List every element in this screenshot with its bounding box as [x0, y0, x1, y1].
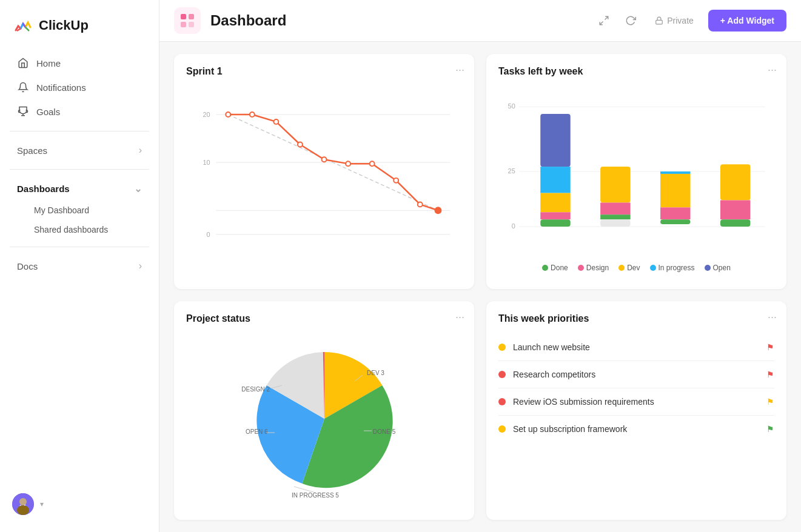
inprogress-label: In progress — [659, 264, 695, 272]
project-status-menu[interactable]: ··· — [455, 311, 464, 324]
home-label: Home — [36, 58, 61, 68]
priority-text-0: Launch new website — [513, 342, 759, 352]
sprint-card-title: Sprint 1 — [186, 66, 462, 77]
logo: ClickUp — [0, 10, 159, 48]
svg-rect-37 — [540, 114, 570, 167]
dashboard-icon-wrap — [174, 7, 201, 34]
divider-3 — [10, 247, 149, 247]
docs-label: Docs — [17, 261, 38, 271]
svg-text:20: 20 — [203, 111, 210, 118]
open-dot — [705, 265, 711, 271]
svg-line-10 — [605, 16, 608, 19]
priority-item-0: Launch new website ⚑ — [498, 334, 774, 361]
user-profile[interactable]: S ▾ — [0, 486, 159, 522]
tasks-bar-chart: 50 25 0 — [498, 87, 774, 256]
svg-rect-51 — [720, 200, 750, 219]
sidebar-item-my-dashboard[interactable]: My Dashboard — [5, 201, 154, 220]
private-label: Private — [667, 16, 694, 25]
sprint-card-menu[interactable]: ··· — [455, 64, 464, 76]
svg-text:DEV 3: DEV 3 — [367, 370, 384, 376]
design-dot — [578, 265, 584, 271]
refresh-button[interactable] — [621, 11, 640, 30]
divider-1 — [10, 131, 149, 131]
sidebar-item-home[interactable]: Home — [5, 51, 154, 75]
sprint-chart: 20 10 0 — [186, 87, 462, 256]
priority-item-1: Research competitors ⚑ — [498, 361, 774, 388]
sidebar-item-shared-dashboards[interactable]: Shared dashboards — [5, 220, 154, 239]
svg-rect-46 — [660, 171, 690, 174]
sidebar-item-goals[interactable]: Goals — [5, 99, 154, 124]
dev-label: Dev — [627, 264, 640, 272]
spaces-chevron-icon: › — [139, 145, 142, 156]
svg-text:OPEN 6: OPEN 6 — [246, 428, 268, 435]
header: Dashboard Private + Add Widget — [159, 0, 801, 42]
svg-rect-9 — [189, 22, 194, 27]
svg-rect-41 — [540, 219, 570, 227]
my-dashboard-label: My Dashboard — [34, 205, 89, 215]
priority-dot-1 — [498, 371, 506, 378]
avatar: S — [12, 493, 34, 515]
priority-dot-3 — [498, 425, 506, 433]
svg-point-22 — [250, 112, 255, 117]
svg-text:DONE 5: DONE 5 — [373, 428, 396, 435]
goals-label: Goals — [36, 107, 60, 117]
svg-point-23 — [273, 119, 278, 124]
project-status-title: Project status — [186, 313, 462, 324]
svg-text:25: 25 — [508, 167, 515, 175]
svg-point-30 — [435, 207, 441, 213]
priorities-card: This week priorities ··· Launch new webs… — [486, 301, 786, 520]
priority-item-3: Set up subscription framework ⚑ — [498, 416, 774, 442]
project-status-card: Project status ··· DEV 3 — [174, 301, 474, 520]
sidebar-nav: Home Notifications Goals Spaces › Dashbo… — [0, 48, 159, 280]
avatar-image: S — [12, 493, 34, 515]
design-label: Design — [586, 264, 609, 272]
svg-rect-6 — [181, 14, 186, 19]
done-dot — [542, 265, 548, 271]
main-content: Dashboard Private + Add Widget Sprint 1 … — [159, 0, 801, 532]
sidebar: ClickUp Home Notifications Goals Spaces … — [0, 0, 159, 532]
expand-button[interactable] — [594, 11, 614, 30]
open-label: Open — [713, 264, 731, 272]
tasks-card-title: Tasks left by week — [498, 66, 774, 77]
svg-text:DESIGN 2: DESIGN 2 — [241, 386, 270, 393]
tasks-card: Tasks left by week ··· 50 25 0 — [486, 54, 786, 289]
svg-rect-47 — [660, 174, 690, 207]
dashboards-chevron-icon: ⌄ — [134, 183, 142, 195]
legend-design: Design — [578, 264, 609, 272]
priority-text-2: Review iOS submission requirements — [513, 397, 759, 407]
svg-text:10: 10 — [203, 159, 210, 166]
trophy-icon — [17, 105, 29, 118]
tasks-card-menu[interactable]: ··· — [768, 64, 777, 76]
shared-dashboards-label: Shared dashboards — [34, 225, 108, 234]
svg-point-28 — [394, 178, 398, 183]
pie-chart: DEV 3 DONE 5 IN PROGRESS 5 OPEN 6 DESIGN… — [233, 334, 415, 504]
clickup-logo-icon — [12, 15, 34, 36]
dashboards-label: Dashboards — [17, 184, 70, 194]
private-button[interactable]: Private — [648, 12, 701, 29]
svg-point-25 — [322, 157, 327, 162]
svg-rect-49 — [660, 219, 690, 224]
done-label: Done — [551, 264, 568, 272]
svg-rect-40 — [540, 212, 570, 219]
svg-rect-42 — [600, 167, 630, 202]
svg-text:0: 0 — [512, 222, 515, 230]
divider-2 — [10, 169, 149, 170]
docs-section[interactable]: Docs › — [5, 254, 154, 278]
svg-rect-43 — [600, 202, 630, 214]
priorities-menu[interactable]: ··· — [768, 311, 777, 324]
page-title: Dashboard — [210, 12, 286, 29]
legend-done: Done — [542, 264, 568, 272]
priorities-title: This week priorities — [498, 313, 774, 324]
svg-rect-39 — [540, 193, 570, 213]
dashboards-section[interactable]: Dashboards ⌄ — [5, 177, 154, 201]
svg-point-29 — [418, 202, 423, 207]
app-name: ClickUp — [39, 18, 89, 33]
pie-chart-container: DEV 3 DONE 5 IN PROGRESS 5 OPEN 6 DESIGN… — [186, 334, 462, 504]
add-widget-button[interactable]: + Add Widget — [708, 10, 786, 32]
priority-dot-0 — [498, 344, 506, 351]
priority-text-3: Set up subscription framework — [513, 424, 759, 434]
priority-flag-0: ⚑ — [766, 342, 774, 352]
sidebar-item-notifications[interactable]: Notifications — [5, 75, 154, 99]
spaces-section[interactable]: Spaces › — [5, 139, 154, 162]
legend-inprogress: In progress — [650, 264, 695, 272]
